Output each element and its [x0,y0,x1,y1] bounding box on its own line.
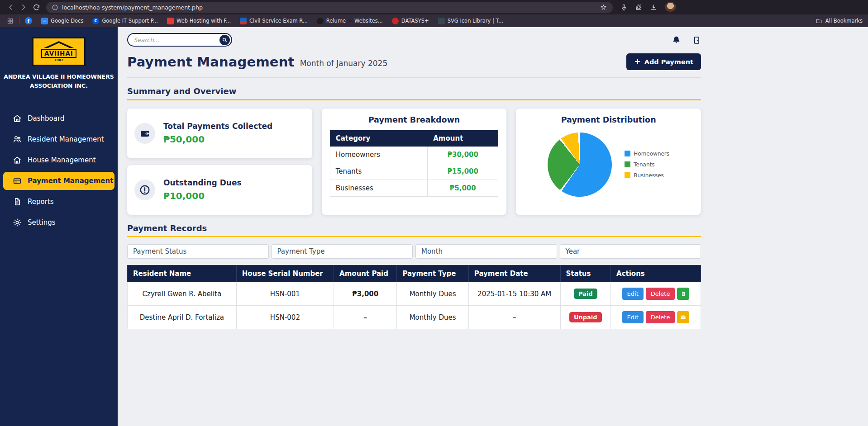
extensions-icon[interactable] [635,4,643,11]
exclamation-icon [134,180,155,200]
bookmark-item[interactable]: Relume — Websites... [317,18,383,24]
breakdown-category: Homeowners [330,146,428,163]
bookmark-item[interactable]: SVG Icon Library | T... [438,18,503,24]
back-icon[interactable] [5,1,17,13]
breakdown-category: Tenants [330,163,428,180]
apps-grid-icon[interactable] [5,15,14,27]
envelope-icon [680,314,687,321]
breakdown-col-amount: Amount [428,130,498,146]
resident-name-link[interactable]: Czyrell Gwen R. Abelita [128,282,237,306]
sidebar-item-dashboard[interactable]: Dashboard [3,109,114,128]
page-title: Payment Management [127,54,295,70]
table-row: Tenants ₱15,000 [330,163,498,180]
home-icon [13,114,22,123]
sidebar-item-payment-management[interactable]: Payment Management [3,172,114,190]
table-row: Homeowners ₱30,000 [330,146,498,163]
delete-button[interactable]: Delete [646,311,675,323]
payment-type-filter[interactable]: Payment Type [272,244,413,259]
relume-favicon [317,18,324,24]
col-payment-date: Payment Date [468,265,560,282]
house-icon [13,156,22,165]
payment-status-filter[interactable]: Payment Status [127,244,269,259]
search-button[interactable] [219,35,230,45]
col-resident-name: Resident Name [128,265,237,282]
plus-icon: + [634,58,640,66]
sidebar-item-house-management[interactable]: House Management [3,151,114,169]
bookmark-star-icon[interactable] [600,4,607,11]
sidebar-item-reports[interactable]: Reports [3,193,114,211]
bookmark-facebook[interactable]: f [25,17,32,24]
header-divider [127,77,701,78]
add-payment-button[interactable]: + Add Payment [626,53,701,70]
site-info-icon[interactable] [52,4,58,11]
payment-type-cell: Monthly Dues [397,306,468,329]
bookmark-item[interactable]: C Google IT Support P... [92,18,158,24]
house-serial-cell: HSN-002 [236,306,334,329]
edit-button[interactable]: Edit [622,311,644,323]
col-house-serial: House Serial Number [236,265,334,282]
all-bookmarks-button[interactable]: All Bookmarks [816,18,863,24]
bookmark-item[interactable]: ≡ Google Docs [41,18,83,24]
payment-distribution-card: Payment Distribution Homeowners Tenants [516,109,701,215]
house-serial-cell: HSN-001 [236,282,334,306]
breakdown-category: Businesses [330,180,428,196]
outstanding-dues-title: Outstanding Dues [163,178,242,187]
bookmark-item[interactable]: DATASYS+ [392,18,429,24]
refresh-icon[interactable] [30,1,43,13]
summary-section-title: Summary and Overview [127,86,701,96]
url-text: localhost/hoa-system/payment_management.… [62,4,203,11]
breakdown-title: Payment Breakdown [322,115,507,124]
records-section-title: Payment Records [127,223,701,233]
outstanding-dues-value: ₱10,000 [163,190,242,201]
downloads-icon[interactable] [650,4,658,11]
col-amount-paid: Amount Paid [334,265,397,282]
amount-paid-cell: ₱3,000 [334,282,397,306]
search-input[interactable] [134,37,219,43]
facebook-favicon: f [25,17,32,24]
address-bar[interactable]: localhost/hoa-system/payment_management.… [46,2,613,13]
year-filter[interactable]: Year [560,244,701,259]
email-button[interactable] [677,311,689,323]
table-row: Destine April D. Fortaliza HSN-002 – Mon… [128,306,701,329]
legend-swatch-yellow [625,172,630,178]
table-row: Czyrell Gwen R. Abelita HSN-001 ₱3,000 M… [128,282,701,306]
browser-toolbar: localhost/hoa-system/payment_management.… [0,0,868,14]
edit-button[interactable]: Edit [622,288,644,300]
search-icon [222,37,228,43]
payment-date-cell: – [468,306,560,329]
receipt-icon [680,291,687,297]
month-filter[interactable]: Month [415,244,557,259]
civil-service-favicon [240,18,247,24]
breakdown-col-category: Category [330,130,428,146]
profile-avatar[interactable] [665,2,676,13]
total-payments-value: ₱50,000 [163,134,272,145]
datasys-favicon [392,18,399,24]
bookmark-item[interactable]: Civil Service Exam R... [240,18,308,24]
records-filters: Payment Status Payment Type Month Year [127,244,701,259]
google-docs-favicon: ≡ [41,18,48,24]
amount-paid-cell: – [334,306,397,329]
webhost-favicon [167,18,174,24]
breakdown-amount: ₱5,000 [428,180,498,196]
legend-item-businesses: Businesses [625,172,669,179]
forward-icon[interactable] [17,1,30,13]
sidebar-item-settings[interactable]: Settings [3,213,114,232]
payment-records-table: Resident Name House Serial Number Amount… [127,265,701,329]
bookmarks-bar: f ≡ Google Docs C Google IT Support P...… [0,14,868,27]
total-payments-title: Total Payments Collected [163,122,272,131]
bookmark-item[interactable]: Web Hosting with F... [167,18,231,24]
sidebar: AVIIHAI 1987 ANDREA VILLAGE II HOMEOWNER… [0,27,118,426]
delete-button[interactable]: Delete [646,288,675,300]
logout-door-icon[interactable] [692,35,701,45]
logo-roof-icon [44,41,74,48]
breakdown-amount: ₱15,000 [428,163,498,180]
folder-icon [816,18,822,24]
notifications-bell-icon[interactable] [672,35,681,45]
payment-breakdown-card: Payment Breakdown Category Amount Homeow… [322,109,507,215]
mic-icon[interactable] [620,4,628,11]
distribution-title: Payment Distribution [516,115,701,124]
sidebar-item-resident-management[interactable]: Resident Management [3,130,114,148]
breakdown-table: Category Amount Homeowners ₱30,000 Tenan… [330,130,499,197]
receipt-button[interactable] [677,288,689,300]
resident-name-link[interactable]: Destine April D. Fortaliza [128,306,237,329]
